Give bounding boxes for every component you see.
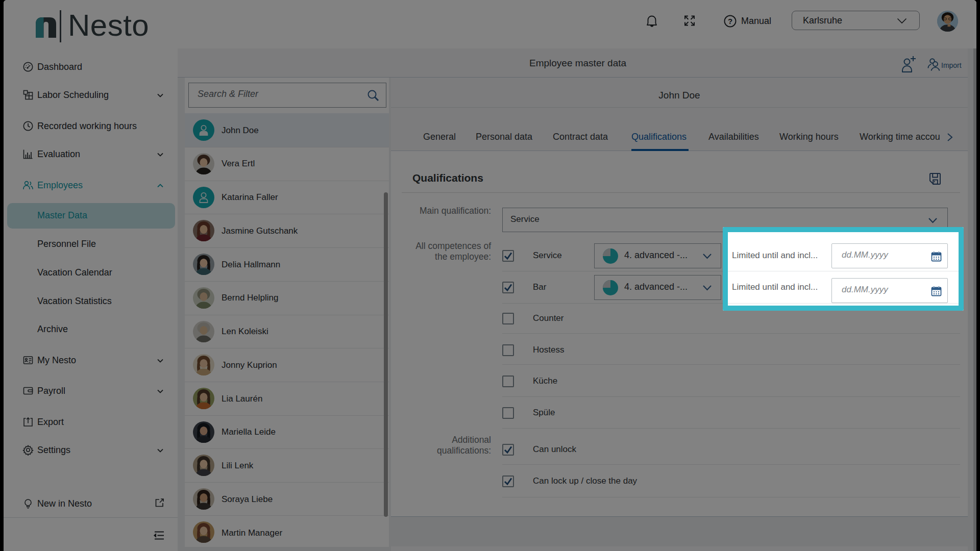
svg-text:?: ?	[728, 17, 732, 26]
